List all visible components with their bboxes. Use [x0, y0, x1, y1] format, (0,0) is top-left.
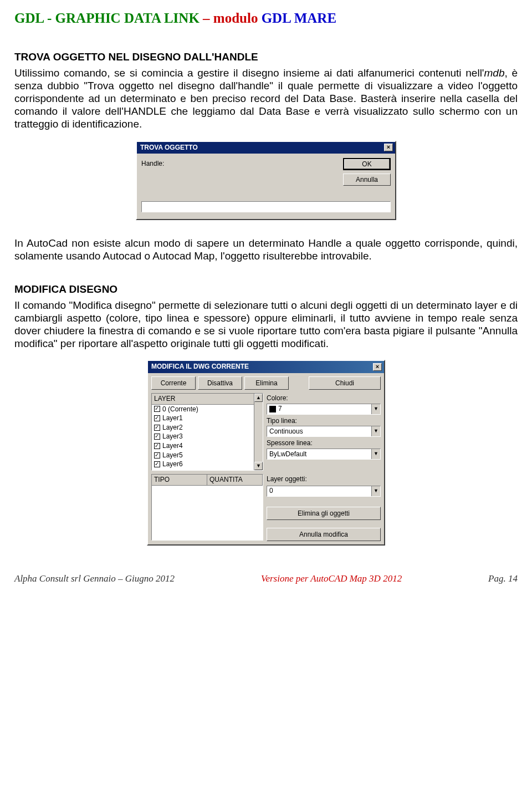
close-icon[interactable]: × — [373, 363, 382, 371]
checkbox-icon[interactable] — [154, 461, 160, 467]
scroll-down-icon[interactable]: ▼ — [254, 462, 263, 470]
ok-button[interactable]: OK — [343, 158, 391, 170]
layer-row[interactable]: 0 (Corrente) — [153, 405, 262, 414]
layer-row[interactable]: Layer1 — [153, 414, 262, 423]
checkbox-icon[interactable] — [154, 452, 160, 458]
dialog1-title-text: TROVA OGGETTO — [140, 144, 198, 152]
handle-input[interactable] — [141, 201, 391, 212]
section1-text-a: Utilissimo comando, se si comincia a ges… — [14, 67, 484, 79]
checkbox-icon[interactable] — [154, 443, 160, 449]
header-part3: GDL MARE — [262, 11, 336, 26]
modifica-dwg-dialog: MODIFICA IL DWG CORRENTE × Corrente Disa… — [147, 360, 385, 545]
colore-label: Colore: — [267, 394, 381, 402]
scrollbar[interactable]: ▲ ▼ — [254, 394, 263, 470]
layer-row[interactable]: Layer2 — [153, 423, 262, 432]
cancel-button[interactable]: Annulla — [343, 174, 391, 186]
header-part1: GDL - GRAPHIC DATA LINK — [14, 11, 200, 26]
layer-oggetti-value: 0 — [269, 487, 273, 495]
corrente-button[interactable]: Corrente — [151, 376, 196, 390]
layer-row[interactable]: Layer4 — [153, 441, 262, 451]
annulla-modifica-button[interactable]: Annulla modifica — [267, 528, 381, 541]
elimina-oggetti-button[interactable]: Elimina gli oggetti — [267, 507, 381, 520]
footer-left: Alpha Consult srl Gennaio – Giugno 2012 — [14, 573, 175, 585]
close-icon[interactable]: × — [384, 144, 393, 151]
tipo-linea-combo[interactable]: Continuous ▼ — [267, 426, 381, 437]
trova-oggetto-dialog: TROVA OGGETTO × Handle: OK Annulla — [136, 141, 396, 221]
layer-name: Layer2 — [162, 424, 183, 432]
header-part2: – modulo — [200, 11, 262, 26]
scroll-up-icon[interactable]: ▲ — [254, 394, 263, 402]
dialog2-title-text: MODIFICA IL DWG CORRENTE — [151, 363, 249, 371]
tipo-column-header: TIPO — [152, 475, 207, 486]
checkbox-icon[interactable] — [154, 415, 160, 421]
dialog2-titlebar: MODIFICA IL DWG CORRENTE × — [148, 361, 384, 373]
dialog1-titlebar: TROVA OGGETTO × — [137, 142, 395, 154]
checkbox-icon[interactable] — [154, 406, 160, 412]
layer-row[interactable]: Layer6 — [153, 460, 262, 469]
layer-name: Layer1 — [162, 414, 183, 422]
colore-combo[interactable]: 7 ▼ — [267, 404, 381, 415]
layer-name: 0 (Corrente) — [162, 405, 198, 414]
spessore-linea-combo[interactable]: ByLwDefault ▼ — [267, 449, 381, 460]
spessore-linea-value: ByLwDefault — [269, 450, 306, 458]
layer-oggetti-label: Layer oggetti: — [267, 475, 381, 483]
quantita-column-header: QUANTITA — [207, 475, 263, 486]
layer-name: Layer6 — [162, 460, 183, 468]
layer-listbox[interactable]: LAYER 0 (Corrente)Layer1Layer2Layer3Laye… — [151, 393, 263, 471]
elimina-button[interactable]: Elimina — [244, 376, 289, 390]
layer-row[interactable]: Layer3 — [153, 432, 262, 441]
page-header: GDL - GRAPHIC DATA LINK – modulo GDL MAR… — [14, 10, 518, 27]
layer-row[interactable]: Layer5 — [153, 451, 262, 460]
layer-name: Layer5 — [162, 451, 183, 460]
chevron-down-icon[interactable]: ▼ — [371, 449, 380, 459]
layer-oggetti-combo[interactable]: 0 ▼ — [267, 486, 381, 497]
layer-name: Layer3 — [162, 432, 183, 441]
disattiva-button[interactable]: Disattiva — [198, 376, 242, 390]
tipo-linea-value: Continuous — [269, 427, 303, 436]
spessore-linea-label: Spessore linea: — [267, 439, 381, 447]
tipo-linea-label: Tipo linea: — [267, 417, 381, 425]
section2-paragraph: Il comando "Modifica disegno" permette d… — [14, 299, 518, 350]
chiudi-button[interactable]: Chiudi — [309, 376, 381, 390]
chevron-down-icon[interactable]: ▼ — [371, 486, 380, 496]
layer-name: Layer4 — [162, 442, 183, 450]
section2-title: MODIFICA DISEGNO — [14, 283, 518, 295]
page-footer: Alpha Consult srl Gennaio – Giugno 2012 … — [14, 573, 518, 585]
chevron-down-icon[interactable]: ▼ — [371, 426, 380, 436]
colore-value: 7 — [278, 405, 282, 413]
color-swatch-icon — [269, 406, 276, 412]
chevron-down-icon[interactable]: ▼ — [371, 404, 380, 414]
section1-text-b: mdb — [484, 67, 504, 79]
checkbox-icon[interactable] — [154, 425, 160, 431]
layer-header: LAYER — [152, 394, 263, 405]
paragraph-autocad: In AutoCad non esiste alcun modo di sape… — [14, 237, 518, 262]
footer-right: Pag. 14 — [488, 573, 518, 585]
footer-mid: Versione per AutoCAD Map 3D 2012 — [261, 573, 402, 585]
checkbox-icon[interactable] — [154, 434, 160, 440]
handle-label: Handle: — [141, 158, 164, 170]
section1-title: TROVA OGGETTO NEL DISEGNO DALL'HANDLE — [14, 50, 518, 63]
tipo-quantita-list[interactable]: TIPO QUANTITA — [151, 474, 263, 541]
section1-paragraph: Utilissimo comando, se si comincia a ges… — [14, 67, 518, 131]
